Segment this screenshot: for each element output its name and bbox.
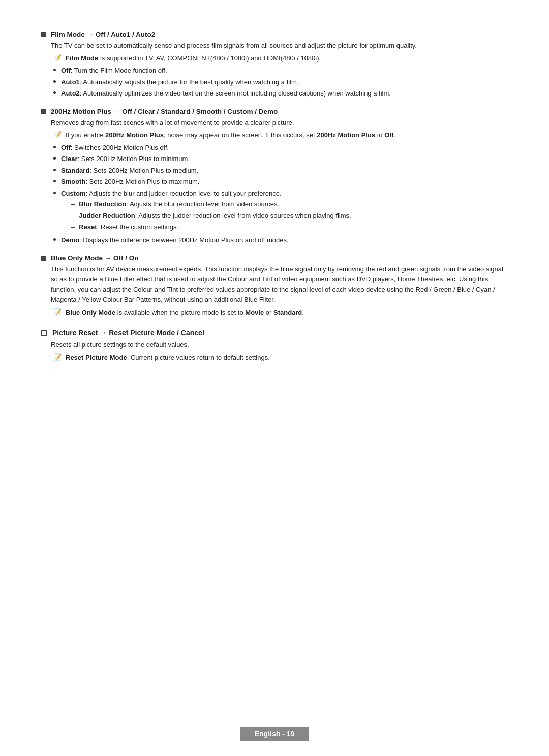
sub-bullet-text: Blur Reduction: Adjusts the blur reducti… [79,199,279,209]
motion-plus-note: 📝 If you enable 200Hz Motion Plus, noise… [51,130,508,140]
bullet-text: Smooth: Sets 200Hz Motion Plus to maximu… [61,177,199,187]
picture-reset-body: Resets all picture settings to the defau… [41,340,508,362]
note-icon: 📝 [53,308,62,316]
sub-bullet-text: Reset: Reset the custom settings. [79,222,178,232]
list-item: Custom: Adjusts the blur and judder redu… [53,188,508,234]
note-icon: 📝 [53,54,62,61]
bullet-text: Off: Switches 200Hz Motion Plus off. [61,143,169,153]
blue-only-note-text: Blue Only Mode is available when the pic… [66,308,304,318]
bullet-text: Auto1: Automatically adjusts the picture… [61,77,299,87]
bullet-dot [53,146,56,148]
bullet-dot [53,80,56,83]
note-icon: 📝 [53,353,62,361]
sub-bullet-text: Judder Reduction: Adjusts the judder red… [79,211,351,221]
bullet-text: Demo: Displays the difference between 20… [61,235,289,245]
bullet-text: Custom: Adjusts the blur and judder redu… [61,188,351,234]
picture-reset-section: Picture Reset → Reset Picture Mode / Can… [41,329,508,362]
bullet-dot [53,238,56,241]
list-item: Demo: Displays the difference between 20… [53,235,508,245]
list-item: – Blur Reduction: Adjusts the blur reduc… [71,199,351,209]
bullet-text: Auto2: Automatically optimizes the video… [61,88,391,99]
bullet-dot [53,169,56,171]
blue-only-body: This function is for AV device measureme… [41,264,508,318]
film-mode-desc: The TV can be set to automatically sense… [51,41,508,51]
motion-plus-section: 200Hz Motion Plus → Off / Clear / Standa… [41,108,508,245]
bullet-text: Off: Turn the Film Mode function off. [61,66,167,76]
list-item: Auto2: Automatically optimizes the video… [53,88,508,99]
picture-reset-desc: Resets all picture settings to the defau… [51,340,508,350]
bullet-text: Clear: Sets 200Hz Motion Plus to minimum… [61,154,190,164]
film-mode-note: 📝 Film Mode is supported in TV, AV, COMP… [51,53,508,64]
motion-plus-title: 200Hz Motion Plus → Off / Clear / Standa… [51,108,278,115]
bullet-dot [53,69,56,71]
list-item: Auto1: Automatically adjusts the picture… [53,77,508,87]
film-mode-body: The TV can be set to automatically sense… [41,41,508,99]
bullet-dot [53,91,56,94]
film-mode-note-text: Film Mode is supported in TV, AV, COMPON… [66,53,321,64]
dash: – [71,211,75,221]
custom-sub-list: – Blur Reduction: Adjusts the blur reduc… [61,199,351,232]
blue-only-title-bold: Blue Only Mode → Off / On [51,254,139,262]
small-square-bullet [41,32,46,37]
blue-only-section: Blue Only Mode → Off / On This function … [41,254,508,318]
blue-only-header: Blue Only Mode → Off / On [41,254,508,262]
bullet-dot [53,180,56,182]
motion-plus-header: 200Hz Motion Plus → Off / Clear / Standa… [41,108,508,115]
film-mode-title-bold: Film Mode → Off / Auto1 / Auto2 [51,30,155,38]
list-item: Off: Turn the Film Mode function off. [53,66,508,76]
picture-reset-note: 📝 Reset Picture Mode: Current picture va… [51,353,508,363]
list-item: Clear: Sets 200Hz Motion Plus to minimum… [53,154,508,164]
list-item: Standard: Sets 200Hz Motion Plus to medi… [53,166,508,176]
film-mode-section: Film Mode → Off / Auto1 / Auto2 The TV c… [41,30,508,99]
motion-plus-desc: Removes drag from fast scenes with a lot… [51,118,508,128]
small-square-bullet [41,256,46,261]
list-item: Smooth: Sets 200Hz Motion Plus to maximu… [53,177,508,187]
list-item: – Judder Reduction: Adjusts the judder r… [71,211,351,221]
footer-text: English - 19 [255,730,295,738]
film-mode-title: Film Mode → Off / Auto1 / Auto2 [51,30,155,38]
list-item: – Reset: Reset the custom settings. [71,222,351,232]
film-mode-bullets: Off: Turn the Film Mode function off. Au… [51,66,508,99]
small-square-bullet [41,109,46,114]
picture-reset-note-text: Reset Picture Mode: Current picture valu… [66,353,270,363]
page-content: Film Mode → Off / Auto1 / Auto2 The TV c… [0,0,549,412]
blue-only-desc: This function is for AV device measureme… [51,264,508,305]
page-footer: English - 19 [240,727,309,741]
bullet-dot [53,192,56,194]
dash: – [71,222,75,232]
picture-reset-header: Picture Reset → Reset Picture Mode / Can… [41,329,508,337]
blue-only-note: 📝 Blue Only Mode is available when the p… [51,308,508,318]
note-icon: 📝 [53,131,62,138]
motion-plus-title-bold: 200Hz Motion Plus → Off / Clear / Standa… [51,108,278,115]
picture-reset-title: Picture Reset → Reset Picture Mode / Can… [52,329,204,337]
motion-plus-note-text: If you enable 200Hz Motion Plus, noise m… [66,130,396,140]
bullet-text: Standard: Sets 200Hz Motion Plus to medi… [61,166,198,176]
film-mode-header: Film Mode → Off / Auto1 / Auto2 [41,30,508,38]
blue-only-title: Blue Only Mode → Off / On [51,254,139,262]
dash: – [71,199,75,209]
list-item: Off: Switches 200Hz Motion Plus off. [53,143,508,153]
motion-plus-body: Removes drag from fast scenes with a lot… [41,118,508,245]
large-square-bullet [41,330,47,336]
motion-plus-bullets: Off: Switches 200Hz Motion Plus off. Cle… [51,143,508,245]
bullet-dot [53,157,56,160]
